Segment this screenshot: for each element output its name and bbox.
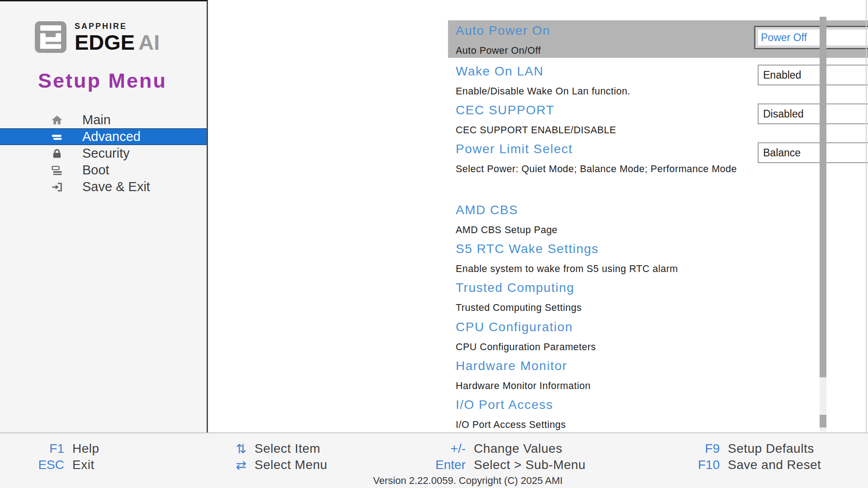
hint-label: Save and Reset — [728, 458, 821, 472]
setting-help-text: CEC SUPPORT ENABLE/DISABLE — [448, 125, 868, 136]
dropdown-value: Balance — [763, 147, 801, 159]
submenu-link[interactable]: Trusted Computing — [448, 281, 868, 295]
scrollbar-track[interactable] — [820, 17, 826, 432]
setting-help-text: I/O Port Access Settings — [448, 419, 868, 430]
dropdown-value: Disabled — [763, 108, 804, 120]
setting-row-3: Power Limit SelectSelect Power: Quiet Mo… — [448, 142, 868, 174]
submenu-row-6: Trusted ComputingTrusted Computing Setti… — [448, 281, 868, 313]
exit-icon — [49, 180, 65, 194]
dropdown-3[interactable]: Balance — [758, 142, 868, 163]
brand-ai: AI — [138, 30, 160, 54]
submenu-link[interactable]: S5 RTC Wake Settings — [448, 242, 868, 256]
submenu-link[interactable]: Hardware Monitor — [448, 359, 868, 373]
hint-select-menu: ⇄Select Menu — [226, 457, 327, 473]
lock-icon — [49, 147, 65, 160]
boot-list-icon — [49, 164, 65, 177]
submenu-row-7: CPU ConfigurationCPU Configuration Param… — [448, 320, 868, 352]
dropdown-value: Enabled — [763, 69, 801, 81]
setting-row-2: CEC SUPPORTCEC SUPPORT ENABLE/DISABLEDis… — [448, 103, 868, 136]
sidebar: SAPPHIRE EDGEAI Setup Menu MainAdvancedS… — [0, 0, 208, 432]
dropdown-1[interactable]: Enabled — [758, 65, 868, 85]
hint-label: Help — [72, 441, 99, 456]
brand-sapphire: SAPPHIRE — [75, 22, 160, 31]
setting-row-1: Wake On LANEnable/Disable Wake On Lan fu… — [448, 65, 868, 97]
sliders-icon — [49, 130, 65, 144]
dropdown-2[interactable]: Disabled — [758, 103, 868, 124]
hint-group-0: F1HelpESCExit — [27, 441, 99, 473]
panel-right-border — [866, 0, 867, 432]
brand-logo: SAPPHIRE EDGEAI — [35, 21, 160, 53]
setting-help-text: Trusted Computing Settings — [448, 302, 868, 313]
submenu-row-8: Hardware MonitorHardware Monitor Informa… — [448, 359, 868, 391]
setting-help-text: Enable/Disable Wake On Lan function. — [448, 86, 868, 97]
dropdown-value: Power Off — [757, 29, 868, 46]
main-panel: Auto Power OnAuto Power On/OffPower OffW… — [209, 0, 868, 432]
hint-setup-defaults: F9Setup Defaults — [669, 441, 821, 457]
setting-row-0: Auto Power OnAuto Power On/OffPower Off — [448, 24, 868, 56]
submenu-link[interactable]: CPU Configuration — [448, 320, 868, 334]
sidebar-item-label: Main — [82, 113, 111, 127]
hint-label: Select Menu — [255, 458, 327, 472]
sidebar-item-save-exit[interactable]: Save & Exit — [0, 178, 207, 195]
hint-select-item: ⇅Select Item — [226, 441, 327, 457]
scrollbar-thumb[interactable] — [820, 17, 826, 377]
submenu-row-4: AMD CBSAMD CBS Setup Page — [448, 203, 868, 235]
hint-key: ESC — [27, 458, 64, 472]
hint-exit: ESCExit — [27, 457, 99, 473]
home-icon — [49, 113, 65, 127]
setting-help-text: Select Power: Quiet Mode; Balance Mode; … — [448, 164, 868, 174]
submenu-row-5: S5 RTC Wake SettingsEnable system to wak… — [448, 242, 868, 274]
setting-help-text: Hardware Monitor Information — [448, 380, 868, 391]
footer-hint-bar: F1HelpESCExit⇅Select Item⇄Select Menu+/-… — [0, 432, 868, 488]
hint-label: Select > Sub-Menu — [474, 458, 585, 472]
submenu-link[interactable]: AMD CBS — [448, 203, 868, 217]
scrollbar-bottom-button[interactable] — [820, 415, 826, 427]
sidebar-item-label: Security — [82, 146, 130, 161]
setting-help-text: Enable system to wake from S5 using RTC … — [448, 263, 868, 274]
submenu-link[interactable]: I/O Port Access — [448, 398, 868, 412]
version-text: Version 2.22.0059. Copyright (C) 2025 AM… — [373, 475, 562, 487]
sidebar-item-label: Boot — [82, 163, 109, 178]
hint-select-sub-menu: EnterSelect > Sub-Menu — [402, 457, 585, 473]
sidebar-nav: MainAdvancedSecurityBootSave & Exit — [0, 112, 207, 195]
setup-menu-title: Setup Menu — [38, 69, 167, 93]
sidebar-item-advanced[interactable]: Advanced — [0, 128, 207, 145]
hint-label: Select Item — [255, 441, 321, 456]
submenu-row-9: I/O Port AccessI/O Port Access Settings — [448, 398, 868, 430]
hint-change-values: +/-Change Values — [402, 441, 585, 457]
brand-edge: EDGEAI — [75, 32, 160, 53]
hint-key: F10 — [669, 458, 720, 472]
sidebar-item-label: Advanced — [82, 129, 141, 144]
setting-help-text: CPU Configuration Parameters — [448, 342, 868, 352]
dropdown-0[interactable]: Power Off — [754, 26, 868, 49]
sidebar-item-main[interactable]: Main — [0, 112, 207, 128]
hint-label: Setup Defaults — [728, 441, 814, 456]
hint-group-2: +/-Change ValuesEnterSelect > Sub-Menu — [402, 441, 585, 473]
hint-group-3: F9Setup DefaultsF10Save and Reset — [669, 441, 821, 473]
hint-help: F1Help — [27, 441, 99, 457]
hint-key: Enter — [402, 458, 466, 472]
hint-key: F1 — [27, 441, 64, 456]
hint-key: +/- — [402, 441, 466, 456]
setting-help-text: AMD CBS Setup Page — [448, 225, 868, 235]
sidebar-item-security[interactable]: Security — [0, 145, 207, 162]
hint-save-and-reset: F10Save and Reset — [669, 457, 821, 473]
sidebar-item-label: Save & Exit — [82, 179, 150, 194]
sidebar-item-boot[interactable]: Boot — [0, 162, 207, 178]
up-down-arrows-icon: ⇅ — [226, 441, 246, 456]
sapphire-logo-icon — [35, 21, 66, 53]
hint-group-1: ⇅Select Item⇄Select Menu — [226, 441, 327, 473]
left-right-arrows-icon: ⇄ — [226, 458, 246, 473]
hint-key: F9 — [669, 441, 720, 456]
hint-label: Change Values — [474, 441, 562, 456]
hint-label: Exit — [72, 458, 94, 472]
